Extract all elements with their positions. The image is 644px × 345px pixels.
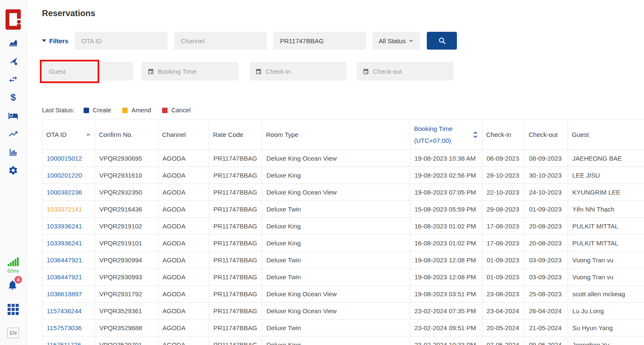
- cell-rate-code: PR11747BBAG: [209, 167, 262, 184]
- cell-channel: AGODA: [158, 286, 209, 303]
- cell-confirm-no: VPQR2919102: [95, 218, 158, 235]
- header-confirm-no[interactable]: Confirm No.: [95, 120, 158, 150]
- cell-channel: AGODA: [158, 235, 209, 252]
- area-chart-icon[interactable]: [8, 38, 18, 48]
- table-row: 1000382236VPQR2932350AGODAPR11747BBAGDel…: [42, 184, 644, 201]
- cell-room-type: Deluxe King Ocean View: [262, 286, 410, 303]
- header-guest[interactable]: Guest: [568, 120, 644, 150]
- cell-ota-id[interactable]: 1157573036: [42, 320, 95, 337]
- header-check-in[interactable]: Check-in: [482, 120, 525, 150]
- filters-toggle[interactable]: Filters: [42, 37, 75, 45]
- cell-room-type: Deluxe King: [262, 235, 410, 252]
- cell-channel: AGODA: [158, 303, 209, 320]
- channel-filter-input[interactable]: [174, 32, 267, 50]
- header-room-type[interactable]: Room Type: [262, 120, 410, 150]
- app-logo-door-icon[interactable]: [6, 9, 21, 30]
- ota-id-link[interactable]: 1033936241: [47, 239, 82, 247]
- ota-id-link[interactable]: 1157436244: [47, 307, 81, 314]
- ota-id-link[interactable]: 1000015012: [47, 155, 82, 162]
- cell-ota-id[interactable]: 1033936241: [42, 218, 95, 235]
- ota-id-link[interactable]: 1157573036: [47, 324, 81, 331]
- cell-booking-time: 23-02-2024 10:33 PM: [410, 337, 482, 345]
- apps-grid-icon[interactable]: [8, 304, 19, 317]
- cell-booking-time: 16-08-2023 01:02 PM: [410, 235, 482, 252]
- guest-filter-input[interactable]: [42, 62, 133, 81]
- cell-ota-id[interactable]: 1157611776: [42, 337, 95, 345]
- sort-unfold-icon: [472, 131, 479, 139]
- cell-room-type: Deluxe King: [262, 167, 410, 184]
- sort-asc-icon: [85, 132, 91, 138]
- sidebar: $ 52ms 4 EN: [0, 0, 27, 345]
- main-content: Reservations Filters All Status Booking …: [27, 0, 644, 345]
- notifications-button[interactable]: 4: [7, 279, 20, 292]
- cell-rate-code: PR11747BBAG: [209, 235, 262, 252]
- cell-ota-id[interactable]: 1036447921: [42, 269, 95, 286]
- ota-id-link[interactable]: 1036447921: [47, 256, 82, 264]
- cell-ota-id[interactable]: 1033936241: [42, 235, 95, 252]
- booking-time-filter[interactable]: Booking Time: [142, 62, 238, 81]
- caret-down-icon: [42, 39, 46, 42]
- check-in-filter[interactable]: Check-in: [249, 62, 346, 81]
- ota-id-link[interactable]: 1036618897: [47, 290, 82, 298]
- header-rate-code[interactable]: Rate Code: [209, 120, 262, 150]
- latency-indicator: 52ms: [8, 257, 19, 273]
- gear-icon[interactable]: [8, 165, 18, 175]
- cell-room-type: Deluxe Twin: [262, 201, 410, 218]
- cell-booking-time: 23-02-2024 07:35 PM: [410, 303, 482, 320]
- ota-id-link[interactable]: 1000382236: [47, 189, 82, 196]
- ota-id-link[interactable]: 1157611776: [47, 341, 81, 345]
- cell-channel: AGODA: [158, 184, 209, 201]
- cell-room-type: Deluxe Twin: [262, 252, 410, 269]
- cell-rate-code: PR11747BBAG: [209, 337, 262, 345]
- dollar-icon[interactable]: $: [8, 92, 18, 103]
- status-select-value: All Status: [379, 37, 406, 45]
- ota-id-link[interactable]: 1036447921: [47, 273, 82, 281]
- status-select[interactable]: All Status: [372, 32, 420, 50]
- cell-ota-id[interactable]: 1036447921: [42, 252, 95, 269]
- cell-check-in: 29-08-2023: [482, 201, 525, 218]
- header-channel[interactable]: Channel: [158, 120, 209, 150]
- cell-ota-id[interactable]: 1000382236: [42, 184, 95, 201]
- table-row: 1000201220VPQR2931610AGODAPR11747BBAGDel…: [42, 167, 644, 184]
- cell-check-in: 17-08-2023: [482, 235, 525, 252]
- swap-arrows-icon[interactable]: [8, 74, 18, 84]
- language-selector[interactable]: EN: [7, 328, 19, 338]
- cell-check-out: 20-08-2023: [525, 235, 568, 252]
- cell-guest: KYUNGRIM LEE: [568, 184, 644, 201]
- cell-ota-id[interactable]: 1000015012: [42, 150, 95, 167]
- ota-id-filter-input[interactable]: [75, 32, 168, 50]
- cell-guest: PULKIT MITTAL: [568, 235, 644, 252]
- cell-confirm-no: VPQR3529361: [95, 303, 158, 320]
- rate-code-filter-input[interactable]: [273, 32, 366, 50]
- cell-channel: AGODA: [158, 218, 209, 235]
- cell-ota-id[interactable]: 1033372141: [42, 201, 95, 218]
- header-ota-id[interactable]: OTA ID: [42, 120, 95, 150]
- status-legend: Last Status: Create Amend Cancel: [42, 107, 644, 114]
- ota-id-link[interactable]: 1000201220: [47, 172, 82, 179]
- cell-ota-id[interactable]: 1157436244: [42, 303, 95, 320]
- cell-guest: Lu Ju Long: [568, 303, 644, 320]
- header-check-out[interactable]: Check-out: [525, 120, 568, 150]
- cell-channel: AGODA: [158, 252, 209, 269]
- cell-rate-code: PR11747BBAG: [209, 252, 262, 269]
- header-booking-time[interactable]: Booking Time (UTC+07:00): [410, 120, 482, 150]
- cell-rate-code: PR11747BBAG: [209, 201, 262, 218]
- cell-channel: AGODA: [158, 269, 209, 286]
- cell-confirm-no: VPQR2930994: [95, 252, 158, 269]
- trending-up-icon[interactable]: [8, 129, 18, 139]
- cell-rate-code: PR11747BBAG: [209, 286, 262, 303]
- cell-ota-id[interactable]: 1036618897: [42, 286, 95, 303]
- cell-ota-id[interactable]: 1000201220: [42, 167, 95, 184]
- ota-id-link[interactable]: 1033936241: [47, 223, 82, 230]
- table-row: 1036447921VPQR2930993AGODAPR11747BBAGDel…: [42, 269, 644, 286]
- legend-item-create: Create: [84, 107, 112, 114]
- cell-rate-code: PR11747BBAG: [209, 218, 262, 235]
- paper-plane-gear-icon[interactable]: [8, 56, 18, 66]
- cell-room-type: Deluxe Twin: [262, 269, 410, 286]
- ota-id-link[interactable]: 1033372141: [47, 206, 82, 213]
- bed-icon[interactable]: [8, 111, 18, 121]
- bar-chart-icon[interactable]: [8, 147, 18, 157]
- check-out-filter[interactable]: Check-out: [357, 62, 454, 81]
- cell-check-out: 24-10-2023: [525, 184, 568, 201]
- search-button[interactable]: [427, 32, 457, 50]
